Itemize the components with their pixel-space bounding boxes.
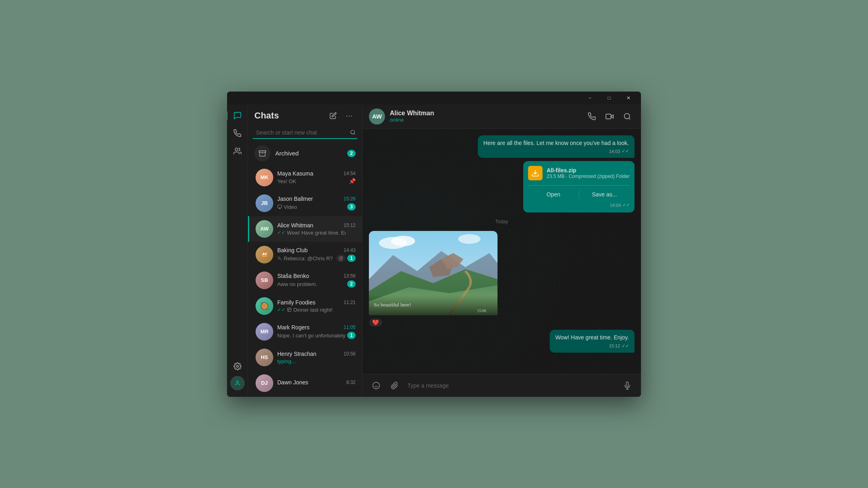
app-window: − □ ✕ (227, 92, 641, 397)
search-icon[interactable] (350, 129, 356, 136)
chat-info-mark: Mark Rogers 11:05 Nope. I can't go unfor… (277, 324, 356, 339)
svg-point-2 (236, 381, 238, 383)
sidebar-actions: ⋯ (327, 109, 356, 122)
svg-line-4 (354, 133, 355, 135)
search-bar (253, 127, 357, 139)
chat-name-jason: Jason Ballmer (277, 196, 313, 202)
emoji-button[interactable] (369, 378, 383, 393)
message-time-m5: 15:12 (609, 343, 620, 348)
archived-row[interactable]: Archived 2 (248, 142, 362, 165)
chat-name-alice: Alice Whitman (277, 222, 313, 229)
chat-item-alice[interactable]: AW Alice Whitman 15:12 ✓✓ Wow! Have grea… (248, 216, 362, 242)
file-info: All-files.zip 23.5 MB · Compressed (zipp… (547, 167, 630, 179)
unread-badge-mark: 1 (347, 332, 356, 339)
nav-calls[interactable] (229, 125, 246, 141)
messages-area[interactable]: Here are all the files. Let me know once… (362, 129, 641, 374)
photo-message-m4: So beautiful here! 15:06 ❤️ (369, 231, 497, 327)
unread-badge-jason: 3 (347, 203, 356, 210)
chat-preview-maya: Yes! OK (277, 178, 296, 184)
unread-badge-stasa: 2 (347, 280, 356, 288)
left-nav (227, 104, 248, 397)
chat-item-jason[interactable]: JB Jason Ballmer 15:26 Video 3 (248, 190, 362, 216)
video-call-button[interactable] (602, 109, 617, 124)
chat-time-stasa: 13:56 (344, 273, 356, 279)
chat-header: AW Alice Whitman online (362, 104, 641, 129)
search-messages-button[interactable] (620, 109, 635, 124)
avatar-family: 🥘 (256, 297, 273, 315)
nav-communities[interactable] (229, 143, 246, 159)
avatar-mark: MR (256, 323, 273, 341)
file-meta: 23.5 MB · Compressed (zipped) Folder (547, 174, 630, 179)
file-open-button[interactable]: Open (528, 190, 579, 199)
avatar-maya: MK (256, 169, 273, 186)
message-text-m1: Here are all the files. Let me know once… (483, 139, 629, 147)
svg-rect-10 (288, 308, 291, 312)
chat-item-family[interactable]: 🥘 Family Foodies 11:21 ✓✓ Dinner last ni… (248, 293, 362, 319)
search-input[interactable] (253, 127, 357, 139)
chat-time-maya: 14:54 (344, 171, 356, 176)
chat-name-family: Family Foodies (277, 299, 315, 306)
svg-point-0 (235, 148, 238, 151)
message-text-m5: Wow! Have great time. Enjoy. (555, 334, 629, 342)
archive-icon (254, 145, 270, 161)
compose-button[interactable] (327, 109, 340, 122)
chat-info-maya: Maya Kasuma 14:54 Yes! OK 📌 (277, 170, 356, 184)
voice-call-button[interactable] (585, 109, 599, 124)
chat-preview-mark: Nope. I can't go unfortunately. (277, 333, 346, 339)
svg-text:15:06: 15:06 (477, 308, 486, 313)
avatar-baking: 🍰 (256, 246, 273, 263)
chat-time-jason: 15:26 (344, 196, 356, 202)
message-m5: Wow! Have great time. Enjoy. 15:12 ✓✓ (550, 330, 635, 353)
chat-item-baking[interactable]: 🍰 Baking Club 14:43 Rebecca: @Chris R? (248, 242, 362, 267)
file-save-button[interactable]: Save as... (579, 190, 630, 199)
chat-time-alice: 15:12 (344, 223, 356, 228)
message-ticks-m5: ✓✓ (622, 343, 629, 349)
nav-chats[interactable] (229, 108, 246, 124)
avatar-alice: AW (256, 220, 273, 238)
svg-point-3 (351, 130, 354, 134)
sidebar-header: Chats ⋯ (248, 104, 362, 125)
nav-profile-avatar[interactable] (230, 376, 245, 390)
more-options-button[interactable]: ⋯ (343, 109, 356, 122)
sidebar-title: Chats (254, 110, 279, 121)
file-icon (528, 166, 542, 180)
chat-header-actions (585, 109, 635, 124)
chat-info-baking: Baking Club 14:43 Rebecca: @Chris R? @ 1 (277, 247, 356, 262)
file-card-header: All-files.zip 23.5 MB · Compressed (zipp… (528, 166, 630, 180)
chat-item-henry[interactable]: HS Henry Strachan 10:56 typing... (248, 345, 362, 370)
chat-preview-jason: Video (277, 204, 297, 210)
chat-time-family: 11:21 (344, 300, 356, 305)
chat-time-dawn: 8:32 (346, 380, 356, 385)
minimize-button[interactable]: − (581, 92, 599, 104)
nav-settings[interactable] (229, 358, 246, 374)
contact-name: Alice Whitman (390, 110, 585, 117)
chat-main: AW Alice Whitman online (362, 104, 641, 397)
chat-item-mark[interactable]: MR Mark Rogers 11:05 Nope. I can't go un… (248, 319, 362, 345)
message-input[interactable] (406, 379, 616, 392)
contact-avatar[interactable]: AW (369, 108, 385, 125)
attach-button[interactable] (387, 378, 402, 393)
chat-preview-alice: ✓✓ Wow! Have great time. Enjoy. (277, 230, 346, 236)
svg-point-24 (458, 234, 481, 244)
chat-item-dawn[interactable]: DJ Dawn Jones 8:32 (248, 370, 362, 396)
mic-button[interactable] (620, 378, 635, 393)
svg-rect-12 (606, 114, 611, 119)
maximize-button[interactable]: □ (600, 92, 618, 104)
chat-item-stasa[interactable]: SB Staša Benko 13:56 Aww no problem. 2 (248, 267, 362, 293)
archived-label: Archived (275, 150, 342, 157)
reaction-row: ❤️ (369, 319, 497, 327)
message-ticks-m1: ✓✓ (622, 149, 629, 154)
archived-badge: 2 (347, 150, 356, 157)
at-badge: @ (336, 255, 346, 262)
heart-reaction[interactable]: ❤️ (369, 319, 382, 327)
svg-rect-7 (278, 205, 282, 208)
svg-line-14 (629, 118, 631, 119)
sidebar: Chats ⋯ (248, 104, 362, 397)
close-button[interactable]: ✕ (619, 92, 638, 104)
contact-status: online (390, 117, 585, 123)
chat-item-maya[interactable]: MK Maya Kasuma 14:54 Yes! OK 📌 (248, 165, 362, 190)
chat-time-mark: 11:05 (344, 325, 356, 330)
titlebar: − □ ✕ (227, 92, 641, 104)
svg-marker-11 (611, 114, 613, 118)
chat-info-alice: Alice Whitman 15:12 ✓✓ Wow! Have great t… (277, 222, 356, 236)
